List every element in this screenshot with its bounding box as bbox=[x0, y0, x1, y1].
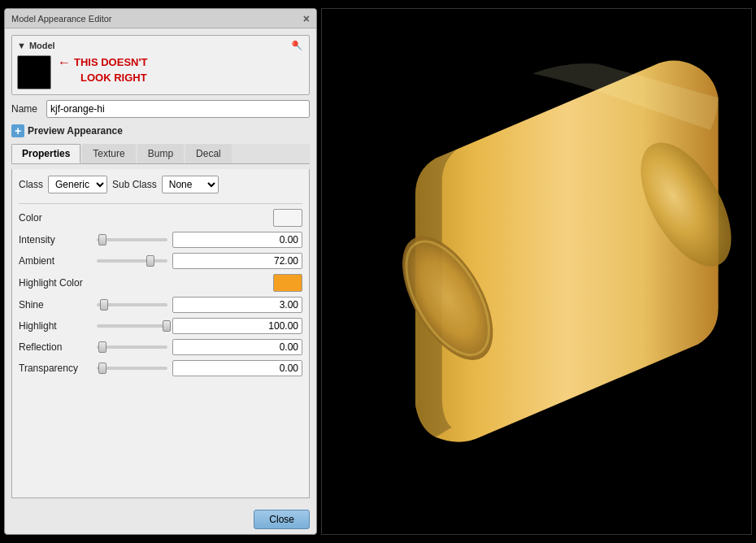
transparency-slider[interactable] bbox=[97, 362, 167, 375]
preview-plus-button[interactable]: + bbox=[11, 124, 24, 137]
annotation-arrow: ← THIS DOESN'T bbox=[58, 55, 148, 70]
tab-bump[interactable]: Bump bbox=[137, 144, 184, 163]
footer: Close bbox=[5, 505, 316, 534]
annotation-line1: THIS DOESN'T bbox=[74, 56, 148, 69]
name-input[interactable] bbox=[46, 100, 310, 118]
reflection-value[interactable] bbox=[172, 339, 302, 355]
window-title: Model Appearance Editor bbox=[11, 14, 112, 24]
shine-thumb[interactable] bbox=[100, 299, 108, 311]
title-bar: Model Appearance Editor × bbox=[5, 9, 316, 28]
model-header-left: ▼ Model bbox=[17, 41, 55, 50]
ambient-row: Ambient bbox=[19, 253, 302, 269]
preview-appearance-row: + Preview Appearance bbox=[11, 123, 310, 139]
intensity-track bbox=[97, 238, 167, 241]
intensity-row: Intensity bbox=[19, 232, 302, 248]
highlight-thumb[interactable] bbox=[163, 320, 171, 332]
intensity-label: Intensity bbox=[19, 234, 92, 245]
color-swatch[interactable] bbox=[273, 209, 302, 227]
transparency-value[interactable] bbox=[172, 360, 302, 376]
ambient-thumb[interactable] bbox=[146, 255, 154, 267]
reflection-row: Reflection bbox=[19, 339, 302, 355]
3d-viewport bbox=[321, 8, 752, 535]
shine-label: Shine bbox=[19, 299, 92, 311]
color-row: Color bbox=[19, 209, 302, 227]
tab-properties[interactable]: Properties bbox=[11, 144, 80, 163]
name-row: Name bbox=[11, 100, 310, 118]
transparency-track bbox=[97, 367, 167, 370]
class-label: Class bbox=[19, 179, 43, 190]
transparency-thumb[interactable] bbox=[98, 363, 106, 374]
model-preview-swatch[interactable] bbox=[17, 55, 51, 89]
shine-track bbox=[97, 303, 167, 306]
highlight-color-row: Highlight Color bbox=[19, 274, 302, 292]
highlight-color-label: Highlight Color bbox=[19, 277, 92, 289]
highlight-color-swatch[interactable] bbox=[273, 274, 302, 292]
shine-value[interactable] bbox=[172, 297, 302, 313]
intensity-thumb[interactable] bbox=[98, 234, 106, 245]
class-row: Class Generic Sub Class None bbox=[19, 176, 302, 193]
highlight-track bbox=[97, 324, 167, 328]
ambient-value[interactable] bbox=[172, 253, 302, 269]
ambient-track bbox=[97, 259, 167, 263]
color-label: Color bbox=[19, 212, 92, 224]
close-button[interactable]: Close bbox=[254, 510, 310, 529]
highlight-slider[interactable] bbox=[97, 319, 167, 332]
close-window-button[interactable]: × bbox=[303, 13, 310, 24]
reflection-thumb[interactable] bbox=[98, 341, 106, 353]
shine-row: Shine bbox=[19, 297, 302, 313]
ambient-label: Ambient bbox=[19, 255, 92, 267]
reflection-label: Reflection bbox=[19, 341, 92, 353]
highlight-label: Highlight bbox=[19, 320, 92, 332]
highlight-row: Highlight bbox=[19, 318, 302, 334]
reflection-slider[interactable] bbox=[97, 341, 167, 354]
annotation-box: ← THIS DOESN'T LOOK RIGHT bbox=[58, 55, 148, 85]
shine-slider[interactable] bbox=[97, 298, 167, 311]
model-appearance-editor-window: Model Appearance Editor × ▼ Model 📍 ← TH… bbox=[4, 8, 317, 535]
cylinder-render bbox=[322, 9, 751, 534]
tab-decal[interactable]: Decal bbox=[185, 144, 232, 163]
preview-appearance-label: Preview Appearance bbox=[28, 125, 123, 137]
subclass-select[interactable]: None bbox=[162, 176, 219, 193]
properties-panel: Class Generic Sub Class None Color Inten… bbox=[11, 169, 310, 498]
pin-icon[interactable]: 📍 bbox=[288, 36, 306, 54]
prop-divider-1 bbox=[19, 203, 302, 204]
highlight-value[interactable] bbox=[172, 318, 302, 334]
tabs-bar: Properties Texture Bump Decal bbox=[11, 144, 310, 164]
tab-texture[interactable]: Texture bbox=[82, 144, 135, 163]
annotation-line2: LOOK RIGHT bbox=[80, 72, 147, 85]
name-label: Name bbox=[11, 103, 40, 115]
intensity-slider[interactable] bbox=[97, 233, 167, 246]
transparency-label: Transparency bbox=[19, 363, 92, 374]
content-area: ▼ Model 📍 ← THIS DOESN'T LOOK RIGHT Name bbox=[5, 28, 316, 505]
class-select[interactable]: Generic bbox=[48, 176, 107, 193]
model-preview-row: ← THIS DOESN'T LOOK RIGHT bbox=[17, 55, 304, 89]
ambient-slider[interactable] bbox=[97, 254, 167, 267]
model-section: ▼ Model 📍 ← THIS DOESN'T LOOK RIGHT bbox=[11, 35, 310, 95]
subclass-label: Sub Class bbox=[112, 179, 157, 190]
model-expand-arrow[interactable]: ▼ bbox=[17, 41, 26, 50]
model-section-label: Model bbox=[29, 41, 55, 50]
reflection-track bbox=[97, 345, 167, 349]
intensity-value[interactable] bbox=[172, 232, 302, 248]
left-arrow-icon: ← bbox=[58, 55, 71, 70]
model-header: ▼ Model 📍 bbox=[17, 39, 304, 52]
transparency-row: Transparency bbox=[19, 360, 302, 376]
